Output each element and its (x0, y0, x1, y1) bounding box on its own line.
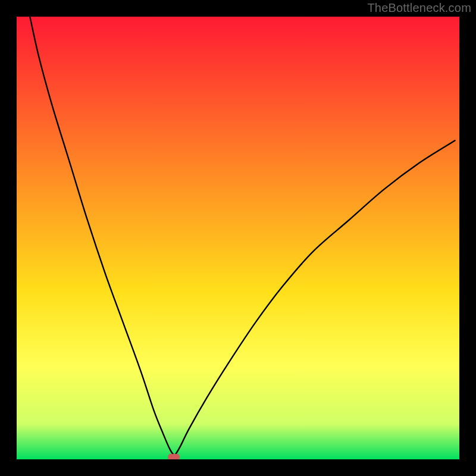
optimal-marker (168, 454, 180, 459)
chart-frame: TheBottleneck.com (0, 0, 476, 476)
watermark-text: TheBottleneck.com (367, 1, 471, 15)
gradient-background (17, 17, 459, 459)
plot-area (17, 17, 459, 459)
chart-svg (17, 17, 459, 459)
